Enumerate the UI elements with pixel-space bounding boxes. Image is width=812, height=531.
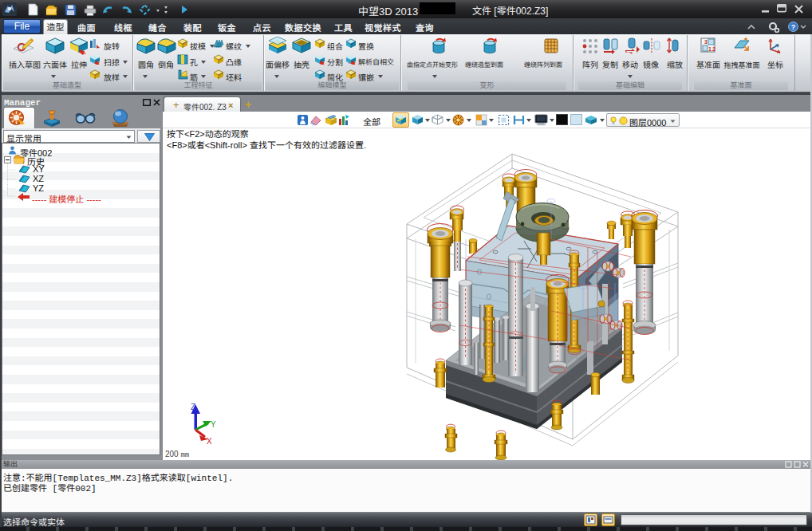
svg-text:Z: Z xyxy=(191,403,195,411)
svg-text:?: ? xyxy=(791,23,796,31)
svg-text:X: X xyxy=(207,437,212,446)
svg-text:Y: Y xyxy=(211,420,216,429)
